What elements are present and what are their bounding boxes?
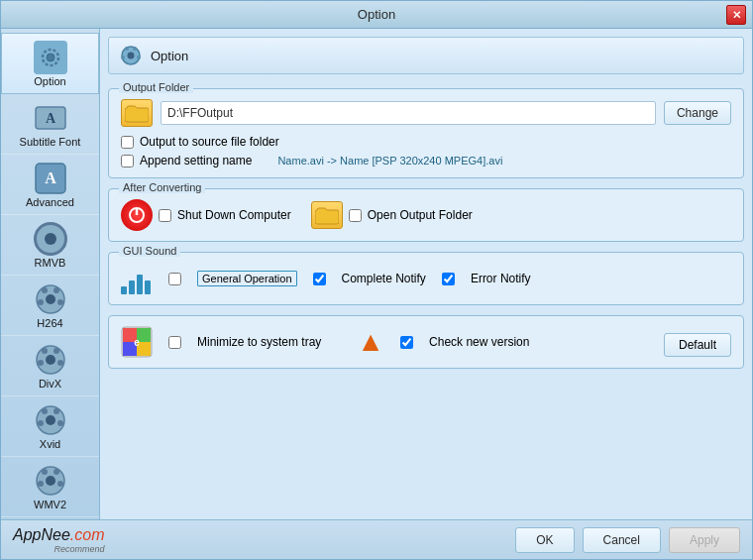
- error-notify-label: Error Notify: [471, 272, 531, 285]
- open-folder-label: Open Output Folder: [368, 208, 473, 222]
- complete-notify-checkbox[interactable]: [313, 273, 326, 285]
- rmvb-icon: [33, 221, 68, 257]
- ok-button[interactable]: OK: [515, 527, 574, 553]
- sidebar-item-h264[interactable]: H264: [1, 276, 99, 336]
- sidebar-item-rmvb[interactable]: RMVB: [1, 215, 99, 276]
- svg-point-16: [38, 360, 44, 366]
- svg-point-10: [38, 299, 44, 305]
- sidebar-item-advanced-label: Advanced: [26, 196, 74, 208]
- svg-text:A: A: [45, 111, 55, 126]
- svg-point-9: [54, 287, 59, 293]
- after-converting-group: After Converting Shut Down Computer: [108, 188, 744, 242]
- apply-button[interactable]: Apply: [669, 527, 740, 553]
- svg-text:e: e: [134, 337, 140, 348]
- complete-notify-label: Complete Notify: [342, 272, 426, 285]
- svg-point-21: [54, 408, 59, 414]
- svg-point-31: [128, 53, 135, 59]
- title-bar: Option ✕: [1, 1, 752, 29]
- xvid-icon: [33, 402, 68, 438]
- windows-tray-icon: e: [121, 326, 153, 358]
- wmv2-icon: [33, 463, 68, 499]
- svg-point-25: [46, 476, 55, 486]
- sidebar-item-h264-label: H264: [37, 317, 62, 329]
- output-path-input[interactable]: [161, 101, 656, 125]
- output-folder-title: Output Folder: [119, 81, 193, 93]
- general-operation-checkbox[interactable]: [168, 273, 181, 285]
- sidebar-item-subtitle-font-label: Subtitle Font: [20, 136, 81, 148]
- svg-point-29: [57, 481, 63, 487]
- advanced-icon: A: [33, 161, 68, 196]
- header-bar: Option: [108, 37, 744, 74]
- svg-point-14: [42, 348, 48, 354]
- sidebar-item-divx-label: DivX: [39, 378, 61, 390]
- output-source-row: Output to source file folder: [121, 135, 731, 149]
- sidebar-item-wmv2-label: WMV2: [34, 499, 66, 510]
- sound-icon: [121, 263, 153, 294]
- svg-point-32: [125, 47, 129, 51]
- output-folder-group: Output Folder Change Output to source fi…: [108, 88, 744, 178]
- general-operation-button[interactable]: General Operation: [197, 271, 297, 286]
- append-example: Name.avi -> Name [PSP 320x240 MPEG4].avi: [277, 155, 502, 167]
- after-converting-title: After Converting: [119, 181, 205, 193]
- open-folder-item: Open Output Folder: [311, 201, 473, 229]
- h264-icon: [33, 281, 68, 317]
- error-notify-checkbox[interactable]: [442, 273, 455, 285]
- divx-icon: [33, 342, 68, 378]
- change-button[interactable]: Change: [664, 101, 731, 125]
- content-area: Option A Subtitle Font A: [1, 29, 752, 519]
- open-folder-icon: [311, 201, 343, 229]
- sidebar-item-option[interactable]: Option: [1, 33, 99, 94]
- sidebar-item-option-label: Option: [34, 75, 65, 87]
- minimize-label: Minimize to system tray: [197, 335, 321, 349]
- svg-text:A: A: [45, 169, 56, 186]
- svg-point-23: [57, 420, 63, 426]
- sidebar-item-xvid-label: Xvid: [40, 438, 60, 450]
- shutdown-item: Shut Down Computer: [121, 199, 291, 231]
- bottom-bar: AppNee.com Recommend OK Cancel Apply: [1, 519, 752, 559]
- append-setting-label: Append setting name: [140, 154, 252, 168]
- option-icon: [33, 40, 68, 75]
- check-version-label: Check new version: [429, 335, 529, 349]
- minimize-checkbox[interactable]: [168, 336, 181, 349]
- sidebar-item-divx[interactable]: DivX: [1, 336, 99, 396]
- svg-point-17: [57, 360, 63, 366]
- svg-point-27: [54, 469, 59, 475]
- sidebar-item-advanced[interactable]: A Advanced: [1, 155, 99, 215]
- svg-point-20: [42, 408, 48, 414]
- sidebar-item-wmv2[interactable]: WMV2: [1, 457, 99, 517]
- output-source-checkbox[interactable]: [121, 136, 134, 149]
- window-title: Option: [358, 7, 395, 22]
- svg-point-7: [46, 294, 55, 304]
- check-version-checkbox[interactable]: [400, 336, 413, 349]
- main-panel: Option Output Folder Change Output t: [100, 29, 752, 519]
- svg-point-11: [57, 299, 63, 305]
- close-button[interactable]: ✕: [726, 5, 746, 25]
- bottom-buttons: OK Cancel Apply: [515, 527, 740, 553]
- misc-row: e Minimize to system tray ▲ Check new ve…: [121, 326, 731, 358]
- appnee-logo: AppNee.com Recommend: [13, 526, 105, 554]
- gui-sound-row: General Operation Complete Notify Error …: [121, 263, 731, 294]
- sidebar-item-subtitle-font[interactable]: A Subtitle Font: [1, 94, 99, 155]
- open-folder-checkbox[interactable]: [349, 209, 362, 222]
- output-source-label: Output to source file folder: [140, 135, 279, 149]
- svg-point-19: [46, 415, 55, 425]
- shutdown-label: Shut Down Computer: [177, 208, 291, 222]
- svg-point-22: [38, 420, 44, 426]
- svg-point-26: [42, 469, 48, 475]
- cancel-button[interactable]: Cancel: [583, 527, 661, 553]
- append-setting-checkbox[interactable]: [121, 155, 134, 168]
- svg-point-0: [47, 54, 54, 61]
- header-title: Option: [151, 49, 188, 63]
- sidebar: Option A Subtitle Font A: [1, 29, 100, 519]
- header-icon: [119, 44, 143, 67]
- update-icon: ▲: [357, 326, 384, 358]
- shutdown-checkbox[interactable]: [159, 209, 171, 222]
- svg-point-28: [38, 481, 44, 487]
- misc-group: e Minimize to system tray ▲ Check new ve…: [108, 315, 744, 369]
- output-folder-row: Change: [121, 99, 731, 127]
- sidebar-item-xvid[interactable]: Xvid: [1, 396, 99, 457]
- subtitle-font-icon: A: [33, 100, 68, 136]
- svg-point-8: [42, 287, 48, 293]
- default-button[interactable]: Default: [664, 333, 731, 357]
- svg-point-35: [137, 56, 141, 59]
